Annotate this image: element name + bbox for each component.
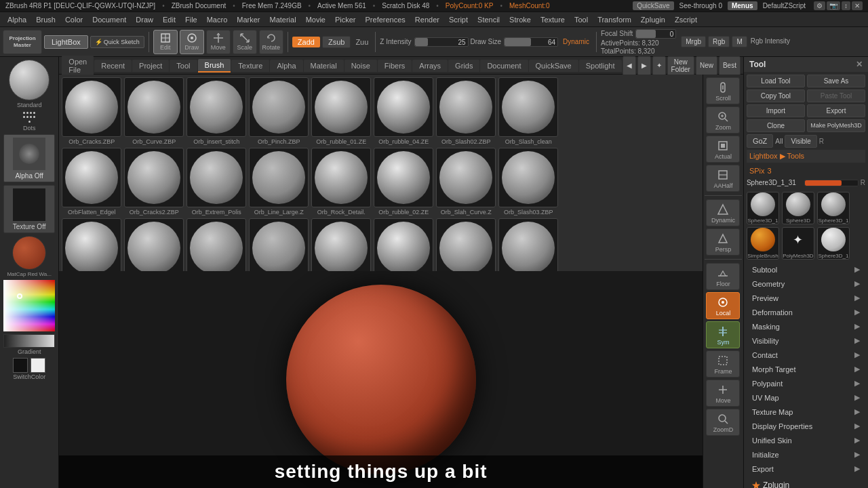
- standard-brush-thumb[interactable]: [9, 60, 50, 100]
- tool-menu-item-preview[interactable]: Preview▶: [747, 291, 865, 305]
- brush-item[interactable]: Orb_insert_stitch: [186, 77, 246, 145]
- browser-tab-tool[interactable]: Tool: [170, 60, 197, 72]
- close-panel-icon[interactable]: ✕: [856, 60, 863, 69]
- menu-item-macro[interactable]: Macro: [202, 14, 233, 25]
- menu-item-stencil[interactable]: Stencil: [473, 14, 505, 25]
- tool-menu-item-display-properties[interactable]: Display Properties▶: [747, 419, 865, 433]
- prev-btn[interactable]: ◀: [623, 56, 636, 75]
- zoomd-btn[interactable]: ZoomD: [706, 409, 740, 436]
- menu-item-movie[interactable]: Movie: [301, 14, 330, 25]
- export-btn[interactable]: Export: [807, 104, 865, 117]
- tool-menu-item-polypaint[interactable]: Polypaint▶: [747, 376, 865, 390]
- brush-item[interactable]: Orb_Slash01.ZBP: [436, 218, 496, 271]
- brush-item[interactable]: Orb_Line_Large.Z: [249, 148, 309, 216]
- menu-item-draw[interactable]: Draw: [131, 14, 158, 25]
- tool-slider[interactable]: [804, 180, 859, 186]
- tool-menu-item-visibility[interactable]: Visibility▶: [747, 333, 865, 348]
- draw-btn[interactable]: Draw: [180, 30, 204, 54]
- tool-menu-item-geometry[interactable]: Geometry▶: [747, 277, 865, 291]
- paste-tool-btn[interactable]: Paste Tool: [807, 89, 865, 102]
- default-zscript[interactable]: DefaultZScript: [760, 2, 808, 9]
- tool-menu-item-morph-target[interactable]: Morph Target▶: [747, 362, 865, 376]
- menu-item-file[interactable]: File: [180, 14, 202, 25]
- scale-btn[interactable]: Scale: [233, 30, 257, 54]
- new-btn[interactable]: New: [696, 56, 717, 75]
- import-btn[interactable]: Import: [747, 104, 805, 117]
- rgb-btn[interactable]: Rgb: [708, 36, 730, 47]
- browser-tab-spotlight[interactable]: Spotlight: [579, 60, 622, 72]
- move2-btn[interactable]: Move: [706, 380, 740, 407]
- goz-btn[interactable]: GoZ: [747, 134, 773, 148]
- local-btn[interactable]: Local: [706, 292, 740, 319]
- brush-item[interactable]: OrbFlatten_Edgel: [62, 148, 121, 216]
- browser-tab-arrays[interactable]: Arrays: [412, 60, 448, 72]
- browser-tab-material[interactable]: Material: [304, 60, 344, 72]
- tool-thumb-sphere3d-4[interactable]: Sphere3D_1: [817, 227, 850, 260]
- alpha-off-btn[interactable]: Alpha Off: [3, 134, 55, 182]
- zoom-btn[interactable]: Zoom: [706, 106, 740, 134]
- browser-tab-open-file[interactable]: Open File: [62, 56, 94, 76]
- menu-item-color[interactable]: Color: [60, 14, 87, 25]
- tool-thumb-sphere3d-2[interactable]: Sphere3D: [782, 192, 814, 224]
- matcap-preview[interactable]: [12, 236, 46, 270]
- menu-item-script[interactable]: Script: [444, 14, 473, 25]
- menu-item-marker[interactable]: Marker: [232, 14, 264, 25]
- copy-tool-btn[interactable]: Copy Tool: [747, 89, 805, 102]
- brush-item[interactable]: Orb_Slash04.ZBP: [498, 218, 558, 271]
- rotate-btn[interactable]: Rotate: [259, 30, 283, 54]
- swatch-white[interactable]: [31, 358, 45, 373]
- sym-btn[interactable]: Sym: [706, 321, 740, 348]
- tool-thumb-sphere3d-3[interactable]: Sphere3D_1: [817, 192, 850, 224]
- menus-btn[interactable]: Menus: [728, 1, 757, 10]
- menu-item-zscript[interactable]: Zscript: [670, 14, 702, 25]
- mrgb-btn[interactable]: Mrgb: [681, 36, 706, 47]
- tool-thumb-sphere3d[interactable]: Sphere3D_1: [747, 192, 779, 224]
- zsub-btn[interactable]: Zsub: [322, 36, 351, 48]
- brush-item[interactable]: Orb_Slash02.ZBP: [436, 77, 496, 145]
- best-btn[interactable]: Best: [719, 56, 741, 75]
- menu-item-edit[interactable]: Edit: [158, 14, 180, 25]
- brush-item[interactable]: Orb_rubble_02.ZE: [374, 148, 433, 216]
- menu-item-tool[interactable]: Tool: [570, 14, 593, 25]
- clone-btn[interactable]: Clone: [747, 119, 805, 132]
- menu-item-material[interactable]: Material: [265, 14, 301, 25]
- swatch-black[interactable]: [13, 358, 28, 373]
- see-through[interactable]: See-through 0: [677, 2, 725, 9]
- browser-tab-texture[interactable]: Texture: [231, 60, 269, 72]
- brush-item[interactable]: Orb_hammeredN: [186, 218, 246, 271]
- viewport[interactable]: setting things up a bit: [59, 271, 703, 488]
- tool-menu-item-masking[interactable]: Masking▶: [747, 319, 865, 333]
- quick-sketch-btn[interactable]: ⚡ Quick Sketch: [90, 36, 144, 48]
- browser-tab-alpha[interactable]: Alpha: [270, 60, 302, 72]
- brush-item[interactable]: Orb_rubble_03.ZE: [374, 218, 433, 271]
- browser-tab-project[interactable]: Project: [132, 60, 169, 72]
- floor-btn[interactable]: Floor: [706, 263, 740, 290]
- menu-item-preferences[interactable]: Preferences: [361, 14, 410, 25]
- menu-item-zplugin[interactable]: Zplugin: [636, 14, 670, 25]
- make-polymesh-btn[interactable]: Make PolyMesh3D: [807, 119, 865, 132]
- draw-size-slider[interactable]: 64: [504, 37, 558, 47]
- menu-item-render[interactable]: Render: [410, 14, 444, 25]
- brush-item[interactable]: Orb_ClayTubes_5: [62, 218, 121, 271]
- tool-menu-item-initialize[interactable]: Initialize▶: [747, 447, 865, 462]
- tool-menu-item-texture-map[interactable]: Texture Map▶: [747, 405, 865, 419]
- brush-item[interactable]: Orb_Rock_Detail.: [311, 148, 371, 216]
- frame-btn[interactable]: Frame: [706, 350, 740, 378]
- menu-item-texture[interactable]: Texture: [536, 14, 570, 25]
- zadd-btn[interactable]: Zadd: [292, 37, 320, 47]
- menu-item-picker[interactable]: Picker: [330, 14, 361, 25]
- tool-thumb-simplebrush[interactable]: SimpleBrush: [747, 227, 779, 260]
- brush-item[interactable]: Orb_rubble_01.ZE: [311, 77, 371, 145]
- brush-item[interactable]: Orb_Line_Small.Z: [249, 218, 309, 271]
- browser-tab-noise[interactable]: Noise: [344, 60, 377, 72]
- menu-item-transform[interactable]: Transform: [593, 14, 636, 25]
- dynamic-btn[interactable]: Dynamic: [706, 199, 740, 226]
- focal-shift-slider[interactable]: 0: [635, 29, 676, 39]
- persp-btn[interactable]: Persp: [706, 228, 740, 256]
- menu-item-alpha[interactable]: Alpha: [3, 14, 31, 25]
- move-btn[interactable]: Move: [206, 30, 231, 54]
- menu-item-document[interactable]: Document: [87, 14, 131, 25]
- browser-tab-fibers[interactable]: Fibers: [378, 60, 412, 72]
- zplugin-header[interactable]: Zplugin: [747, 479, 865, 488]
- lightbox-tools-header[interactable]: Lightbox ▶ Tools: [747, 150, 865, 163]
